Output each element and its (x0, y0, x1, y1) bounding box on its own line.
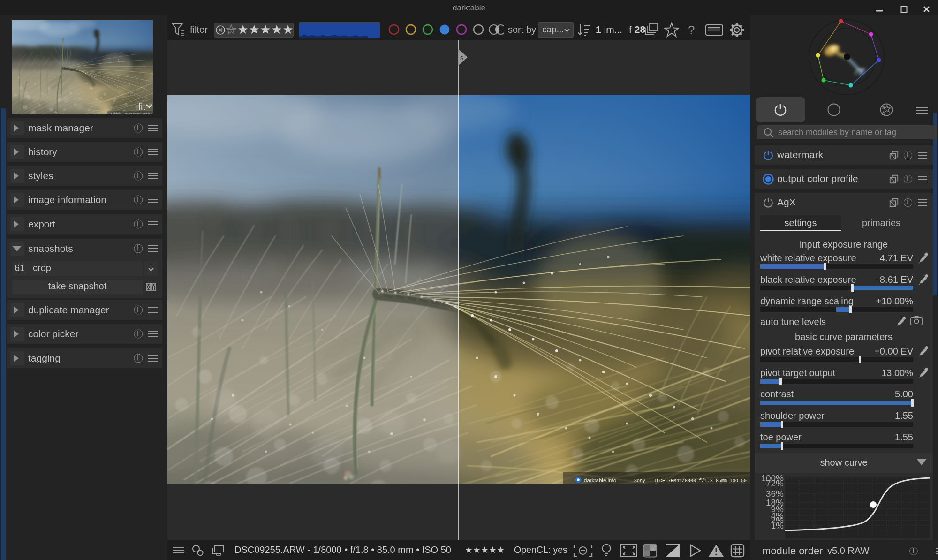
svg-text:s: s (460, 53, 464, 61)
svg-text:36%: 36% (766, 489, 784, 499)
svg-text:1%: 1% (771, 521, 784, 530)
svg-text:72%: 72% (766, 478, 784, 488)
